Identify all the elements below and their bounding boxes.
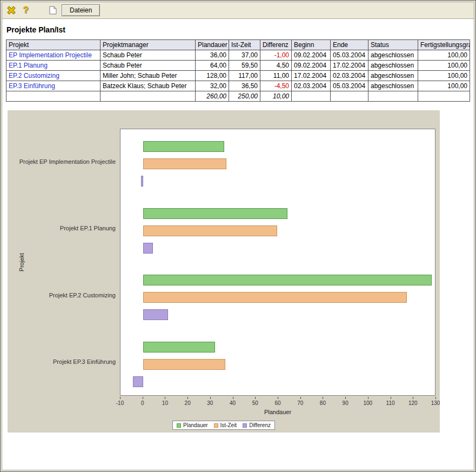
chart-bar-plandauer <box>143 208 287 219</box>
chart-category-label: Projekt EP.1 Planung <box>60 225 116 231</box>
x-axis-tick <box>187 397 188 399</box>
help-icon[interactable]: ? ? <box>20 4 32 16</box>
totals-row: 260,00250,0010,00 <box>6 91 470 102</box>
total-cell <box>292 91 331 102</box>
table-cell: 05.03.2004 <box>331 50 368 61</box>
table-cell: 09.02.2004 <box>292 61 331 71</box>
table-cell: 117,00 <box>229 71 260 81</box>
x-axis-tick-label: 0 <box>141 400 144 406</box>
legend-item: Ist-Zeit <box>214 422 237 428</box>
chart-bar-differenz <box>133 376 143 387</box>
table-cell: Miller John; Schaub Peter <box>100 71 196 81</box>
x-axis-tick-label: 80 <box>320 400 326 406</box>
legend-label: Plandauer <box>183 422 208 428</box>
projects-table: ProjektProjektmanagerPlandauerIst-ZeitDi… <box>6 39 470 102</box>
x-axis-tick-label: 120 <box>408 400 418 406</box>
table-cell: 17.02.2004 <box>331 61 368 71</box>
table-cell: 100,00 <box>418 81 470 91</box>
table-cell: 100,00 <box>418 50 470 61</box>
x-axis-tick <box>165 397 165 399</box>
legend-label: Ist-Zeit <box>220 422 237 428</box>
chart-bar-ist-zeit <box>143 292 407 303</box>
chart-bar-ist-zeit <box>143 225 277 236</box>
table-cell: 09.02.2004 <box>292 50 331 61</box>
table-cell: Schaub Peter <box>100 61 196 71</box>
total-cell <box>331 91 368 102</box>
legend-item: Plandauer <box>177 422 208 428</box>
total-cell: 250,00 <box>229 91 260 102</box>
chart-bar-differenz <box>143 243 153 254</box>
column-header: Plandauer <box>196 40 229 50</box>
project-link[interactable]: EP.3 Einführung <box>9 82 55 90</box>
table-cell: EP.1 Planung <box>6 61 100 71</box>
chart-bar-ist-zeit <box>143 359 225 370</box>
x-axis-tick <box>413 397 413 399</box>
dateien-button[interactable]: Dateien <box>62 4 100 16</box>
x-axis-tick <box>233 397 233 399</box>
table-cell: 64,00 <box>196 61 229 71</box>
chart-bar-plandauer <box>143 141 224 152</box>
table-cell: 100,00 <box>418 71 470 81</box>
x-axis-tick-label: 60 <box>274 400 280 406</box>
chart-bar-ist-zeit <box>143 158 226 169</box>
column-header: Beginn <box>292 40 331 50</box>
chart-bar-plandauer <box>143 275 432 285</box>
chart-category-label: Projekt EP.3 Einführung <box>53 358 116 365</box>
x-axis-tick-label: 110 <box>386 400 395 406</box>
chart-bar-plandauer <box>143 342 215 353</box>
table-cell: 11,00 <box>260 71 292 81</box>
x-axis-tick-label: 50 <box>252 400 258 406</box>
project-link[interactable]: EP Implementation Projectile <box>9 51 92 59</box>
x-axis-tick <box>368 397 368 399</box>
total-cell <box>418 91 470 102</box>
column-header: Differenz <box>260 40 292 50</box>
table-cell: 128,00 <box>196 71 229 81</box>
column-header: Projektmanager <box>100 40 196 50</box>
table-cell: -4,50 <box>260 81 292 91</box>
table-row: EP Implementation ProjectileSchaub Peter… <box>6 50 470 61</box>
x-axis-tick-label: 70 <box>297 400 303 406</box>
column-header: Status <box>368 40 418 50</box>
column-header: Ist-Zeit <box>229 40 260 50</box>
table-row: EP.2 CustomizingMiller John; Schaub Pete… <box>6 71 470 81</box>
table-cell: abgeschlossen <box>368 81 418 91</box>
app-window: ? ? Dateien Projekte Plan/Ist ProjektPro… <box>0 0 476 472</box>
table-cell: 32,00 <box>196 81 229 91</box>
x-axis-tick-label: 30 <box>207 400 213 406</box>
chart-category-label: Projekt EP.2 Customizing <box>49 292 116 298</box>
x-axis-tick <box>300 397 301 399</box>
table-cell: EP.3 Einführung <box>6 81 100 91</box>
table-body: EP Implementation ProjectileSchaub Peter… <box>6 50 470 102</box>
x-axis-tick-label: 10 <box>162 400 168 406</box>
document-icon[interactable] <box>47 4 59 16</box>
table-cell: 36,50 <box>229 81 260 91</box>
table-cell: 100,00 <box>418 61 470 71</box>
table-cell: Batzeck Klaus; Schaub Peter <box>100 81 196 91</box>
x-axis-tick <box>391 397 391 399</box>
table-row: EP.3 EinführungBatzeck Klaus; Schaub Pet… <box>6 81 470 91</box>
table-cell: EP Implementation Projectile <box>6 50 100 61</box>
x-axis-tick-label: 90 <box>343 400 348 406</box>
total-cell: 10,00 <box>260 91 292 102</box>
table-cell: 02.03.2004 <box>331 71 368 81</box>
chart-panel: Plandauer Projekt PlandauerIst-ZeitDiffe… <box>8 110 440 433</box>
table-cell: abgeschlossen <box>368 50 418 61</box>
project-link[interactable]: EP.1 Planung <box>9 62 48 69</box>
table-cell: Schaub Peter <box>100 50 196 61</box>
x-axis-tick <box>255 397 256 399</box>
x-axis-tick <box>323 397 323 399</box>
total-cell <box>368 91 418 102</box>
table-cell: abgeschlossen <box>368 71 418 81</box>
x-axis-tick-label: 40 <box>230 400 236 406</box>
x-axis-tick <box>120 397 120 399</box>
total-cell <box>100 91 196 102</box>
project-link[interactable]: EP.2 Customizing <box>9 72 59 79</box>
table-cell: 59,50 <box>229 61 260 71</box>
legend-swatch <box>177 423 181 428</box>
x-axis-tick <box>435 397 436 399</box>
close-icon[interactable] <box>5 4 17 16</box>
chart-legend: PlandauerIst-ZeitDifferenz <box>172 421 275 430</box>
chart-y-axis-label: Projekt <box>18 253 25 271</box>
chart-plot-area <box>120 129 435 396</box>
x-axis-tick <box>143 397 143 399</box>
